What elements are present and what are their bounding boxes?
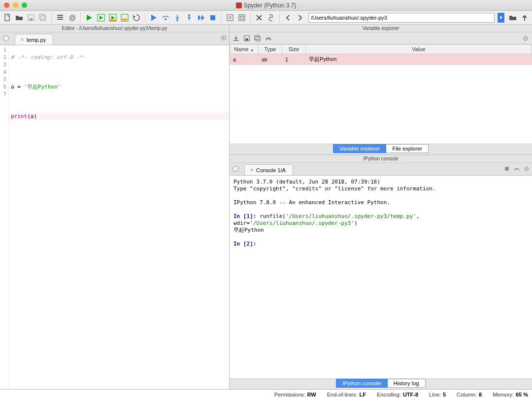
run-selection-button[interactable] — [119, 12, 130, 23]
debug-continue-button[interactable] — [196, 12, 206, 23]
status-eol-value: LF — [360, 392, 366, 398]
status-encoding-label: Encoding: — [377, 392, 401, 398]
console-panel-title: IPython console — [230, 155, 532, 163]
editor-pane: Editor - /Users/liuhuanshuo/.spyder-py3/… — [0, 25, 230, 389]
svg-point-12 — [165, 18, 166, 20]
status-encoding-value: UTF-8 — [403, 392, 418, 398]
new-file-button[interactable] — [2, 12, 13, 23]
close-tab-icon[interactable]: ✕ — [20, 37, 24, 42]
ipython-console-pane: IPython console ✕ Console 1/A Python 3.7… — [230, 155, 532, 389]
back-button[interactable] — [283, 12, 294, 23]
editor-tabbar: ✕ temp.py — [0, 32, 229, 45]
run-cell-advance-button[interactable] — [107, 12, 118, 23]
browse-console-tabs-button[interactable] — [233, 166, 238, 172]
save-data-icon[interactable] — [243, 35, 250, 42]
rerun-button[interactable] — [131, 12, 142, 23]
status-bar: Permissions:RW End-of-lines:LF Encoding:… — [0, 389, 532, 399]
forward-button[interactable] — [295, 12, 305, 23]
debug-step-over-button[interactable] — [160, 12, 171, 23]
working-directory-input[interactable]: /Users/liuhuanshuo/.spyder-py3 — [308, 13, 495, 23]
varexp-bottom-tabs: Variable explorer File explorer — [230, 144, 532, 154]
close-console-tab-icon[interactable]: ✕ — [250, 167, 254, 173]
console-tab-label: Console 1/A — [256, 167, 286, 173]
remove-all-icon[interactable] — [265, 35, 272, 42]
clear-console-icon[interactable] — [513, 165, 520, 172]
editor-tab-temp[interactable]: ✕ temp.py — [15, 34, 53, 45]
window-title: Spyder (Python 3.7) — [244, 2, 297, 9]
at-button[interactable]: @ — [66, 12, 77, 23]
run-cell-button[interactable] — [96, 12, 106, 23]
svg-rect-4 — [41, 16, 46, 21]
debug-step-into-button[interactable] — [172, 12, 183, 23]
console-options-icon[interactable] — [523, 165, 530, 172]
tab-variable-explorer[interactable]: Variable explorer — [333, 144, 386, 153]
svg-rect-23 — [245, 38, 248, 40]
svg-rect-2 — [30, 18, 33, 20]
console-output[interactable]: Python 3.7.0 (default, Jun 28 2018, 07:3… — [230, 176, 532, 378]
col-size[interactable]: Size — [282, 45, 306, 54]
editor-tab-label: temp.py — [27, 37, 46, 43]
preferences-button[interactable] — [254, 12, 265, 23]
browse-tabs-button[interactable] — [3, 35, 9, 41]
col-value[interactable]: Value — [306, 45, 532, 54]
status-column-value: 8 — [479, 392, 482, 398]
col-type[interactable]: Type — [259, 45, 282, 54]
variable-explorer-pane: Variable explorer Name ▲ Type Size Value — [230, 25, 532, 155]
status-memory-label: Memory: — [493, 392, 514, 398]
variable-table[interactable]: Name ▲ Type Size Value a str 1 早起Python — [230, 44, 532, 144]
svg-point-18 — [258, 17, 260, 19]
svg-point-27 — [525, 37, 527, 39]
varexp-panel-title: Variable explorer — [230, 25, 532, 32]
svg-rect-10 — [122, 19, 127, 20]
svg-rect-15 — [210, 15, 215, 20]
python-path-button[interactable] — [266, 12, 276, 23]
debug-button[interactable] — [148, 12, 159, 23]
console-tabbar: ✕ Console 1/A — [230, 163, 532, 176]
svg-point-13 — [176, 19, 178, 21]
status-permissions-label: Permissions: — [274, 392, 305, 398]
debug-stop-button[interactable] — [207, 12, 218, 23]
varexp-options-icon[interactable] — [522, 35, 529, 42]
status-permissions-value: RW — [307, 392, 316, 398]
stop-kernel-icon[interactable] — [503, 165, 510, 172]
svg-text:@: @ — [69, 14, 76, 22]
status-memory-value: 65 % — [516, 392, 528, 398]
col-name: Name ▲ — [230, 45, 259, 54]
console-bottom-tabs: IPython console History log — [230, 378, 532, 389]
save-all-button[interactable] — [37, 12, 48, 23]
console-tab-1a[interactable]: ✕ Console 1/A — [244, 164, 293, 175]
browse-directory-button[interactable] — [507, 12, 518, 23]
svg-point-19 — [269, 15, 270, 16]
tab-history-log[interactable]: History log — [388, 379, 426, 388]
svg-rect-24 — [255, 35, 259, 39]
maximize-pane-button[interactable] — [225, 12, 235, 23]
svg-rect-17 — [239, 15, 245, 21]
open-file-button[interactable] — [14, 12, 25, 23]
status-eol-label: End-of-lines: — [327, 392, 358, 398]
tab-file-explorer[interactable]: File explorer — [386, 144, 429, 153]
import-data-icon[interactable] — [233, 35, 239, 42]
parent-directory-button[interactable] — [519, 12, 530, 23]
tab-ipython-console[interactable]: IPython console — [336, 379, 387, 388]
save-data-as-icon[interactable] — [254, 35, 261, 42]
varexp-toolbar — [230, 32, 532, 44]
outline-button[interactable] — [55, 12, 66, 23]
main-toolbar: @ /Users/liuhuanshuo/.spyder-py3 ▼ — [0, 11, 532, 25]
titlebar: Spyder (Python 3.7) — [0, 0, 532, 11]
code-editor[interactable]: 1 2 3 4 5 6 7 # -*- coding: utf-8 -*- a … — [0, 45, 229, 389]
sort-asc-icon: ▲ — [250, 48, 254, 52]
table-row[interactable]: a str 1 早起Python — [230, 54, 532, 65]
line-number-gutter: 1 2 3 4 5 6 7 — [0, 45, 9, 389]
svg-rect-28 — [505, 167, 509, 171]
fullscreen-button[interactable] — [236, 12, 247, 23]
debug-step-out-button[interactable] — [184, 12, 195, 23]
svg-point-14 — [188, 14, 190, 16]
svg-point-21 — [223, 37, 225, 39]
run-button[interactable] — [84, 12, 95, 23]
save-button[interactable] — [26, 12, 36, 23]
editor-options-icon[interactable] — [220, 34, 227, 41]
status-column-label: Column: — [457, 392, 477, 398]
working-directory-dropdown[interactable]: ▼ — [498, 13, 504, 23]
svg-rect-0 — [5, 14, 9, 21]
svg-rect-3 — [39, 14, 44, 19]
